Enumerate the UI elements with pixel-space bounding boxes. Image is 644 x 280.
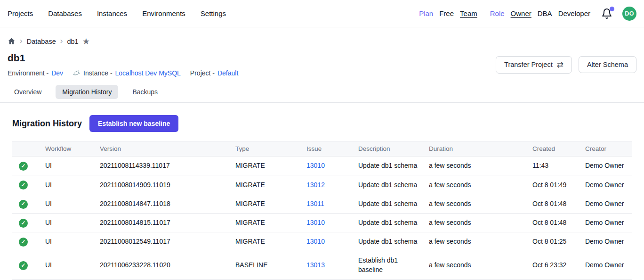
success-check-icon: ✓ [19, 200, 28, 209]
cell-creator: Demo Owner [579, 175, 632, 194]
instance-label: Instance - [83, 69, 112, 77]
nav-right: Plan Free Team Role Owner DBA Developer … [419, 7, 636, 21]
cell-type: BASELINE [229, 251, 300, 280]
cell-creator: Demo Owner [579, 213, 632, 232]
cell-version: 20211008014847.11018 [93, 194, 229, 213]
column-header: Type [229, 141, 300, 156]
role-label: Role [490, 9, 505, 17]
breadcrumb-item-database[interactable]: Database [27, 38, 56, 45]
table-row[interactable]: ✓UI20211008012549.11017MIGRATE13010Updat… [12, 232, 632, 251]
column-header: Duration [422, 141, 526, 156]
breadcrumb: › Database › db1 ★ [8, 37, 636, 46]
role-option-owner[interactable]: Owner [511, 9, 531, 17]
plan-option-team[interactable]: Team [460, 9, 477, 17]
cell-description: Update db1 schema [352, 175, 422, 194]
cell-version: 20211008012549.11017 [93, 232, 229, 251]
cell-type: MIGRATE [229, 194, 300, 213]
table-header-row: WorkflowVersionTypeIssueDescriptionDurat… [12, 141, 632, 156]
cell-workflow: UI [39, 232, 93, 251]
tab-migration-history[interactable]: Migration History [56, 85, 118, 99]
nav-item-instances[interactable]: Instances [97, 9, 127, 17]
table-row[interactable]: ✓UI20211008014815.11017MIGRATE13010Updat… [12, 213, 632, 232]
transfer-project-button[interactable]: Transfer Project ⇄ [496, 56, 572, 74]
column-header: Description [352, 141, 422, 156]
migration-table-body: ✓UI20211008114339.11017MIGRATE13010Updat… [12, 156, 632, 280]
chevron-right-icon: › [60, 37, 63, 46]
favorite-star-icon[interactable]: ★ [82, 37, 90, 46]
section-title: Migration History [12, 119, 82, 129]
alter-schema-button[interactable]: Alter Schema [579, 56, 636, 73]
issue-link[interactable]: 13013 [306, 261, 325, 269]
plan-label: Plan [419, 9, 433, 17]
cell-type: MIGRATE [229, 232, 300, 251]
cell-type: MIGRATE [229, 156, 300, 175]
cell-duration: a few seconds [422, 175, 526, 194]
main-nav: Projects Databases Instances Environment… [8, 9, 226, 17]
cell-workflow: UI [39, 213, 93, 232]
home-icon[interactable] [8, 37, 16, 45]
project-link[interactable]: Default [217, 69, 238, 77]
transfer-project-label: Transfer Project [504, 61, 553, 68]
instance-link[interactable]: Localhost Dev MySQL [115, 69, 181, 77]
column-header: Created [526, 141, 579, 156]
transfer-arrows-icon: ⇄ [557, 61, 564, 69]
nav-item-environments[interactable]: Environments [142, 9, 185, 17]
cell-description: Establish db1 baseline [352, 251, 422, 280]
database-tabs: Overview Migration History Backups [8, 85, 636, 99]
mysql-dolphin-icon [72, 69, 80, 77]
cell-issue: 13010 [300, 232, 352, 251]
chevron-right-icon: › [20, 37, 23, 46]
column-header: Creator [579, 141, 632, 156]
cell-duration: a few seconds [422, 232, 526, 251]
cell-status: ✓ [12, 194, 39, 213]
cell-issue: 13010 [300, 156, 352, 175]
plan-option-free[interactable]: Free [439, 9, 454, 17]
project-label: Project - [190, 69, 215, 77]
cell-description: Update db1 schema [352, 232, 422, 251]
nav-item-databases[interactable]: Databases [48, 9, 82, 17]
issue-link[interactable]: 13011 [306, 200, 324, 207]
cell-type: MIGRATE [229, 175, 300, 194]
cell-duration: a few seconds [422, 213, 526, 232]
alter-schema-label: Alter Schema [587, 61, 628, 68]
cell-workflow: UI [39, 194, 93, 213]
cell-created: Oct 8 01:49 [526, 175, 579, 194]
cell-status: ✓ [12, 251, 39, 280]
breadcrumb-item-db1: db1 [67, 38, 78, 45]
table-row[interactable]: ✓UI20211006233228.11020BASELINE13013Esta… [12, 251, 632, 280]
cell-version: 20211008014815.11017 [93, 213, 229, 232]
cell-creator: Demo Owner [579, 232, 632, 251]
cell-workflow: UI [39, 175, 93, 194]
cell-status: ✓ [12, 232, 39, 251]
nav-item-projects[interactable]: Projects [8, 9, 33, 17]
cell-description: Update db1 schema [352, 156, 422, 175]
table-row[interactable]: ✓UI20211008114339.11017MIGRATE13010Updat… [12, 156, 632, 175]
tab-backups[interactable]: Backups [126, 85, 164, 99]
issue-link[interactable]: 13010 [306, 162, 325, 169]
cell-issue: 13011 [300, 194, 352, 213]
column-header: Issue [300, 141, 352, 156]
notification-bell-icon[interactable] [601, 8, 612, 19]
table-row[interactable]: ✓UI20211008014909.11019MIGRATE13012Updat… [12, 175, 632, 194]
success-check-icon: ✓ [19, 219, 28, 228]
success-check-icon: ✓ [19, 181, 28, 189]
establish-new-baseline-button[interactable]: Establish new baseline [89, 115, 178, 132]
column-header: Version [93, 141, 229, 156]
cell-workflow: UI [39, 251, 93, 280]
cell-duration: a few seconds [422, 251, 526, 280]
issue-link[interactable]: 13010 [306, 219, 325, 226]
environment-link[interactable]: Dev [51, 69, 63, 77]
role-option-dba[interactable]: DBA [538, 9, 552, 17]
nav-item-settings[interactable]: Settings [201, 9, 226, 17]
cell-description: Update db1 schema [352, 213, 422, 232]
cell-created: Oct 8 01:48 [526, 213, 579, 232]
tab-overview[interactable]: Overview [8, 85, 48, 99]
table-row[interactable]: ✓UI20211008014847.11018MIGRATE13011Updat… [12, 194, 632, 213]
role-option-developer[interactable]: Developer [558, 9, 590, 17]
cell-issue: 13012 [300, 175, 352, 194]
cell-created: Oct 6 23:32 [526, 251, 579, 280]
user-avatar[interactable]: DO [622, 7, 636, 21]
issue-link[interactable]: 13012 [306, 181, 325, 189]
issue-link[interactable]: 13010 [306, 238, 325, 245]
cell-creator: Demo Owner [579, 156, 632, 175]
